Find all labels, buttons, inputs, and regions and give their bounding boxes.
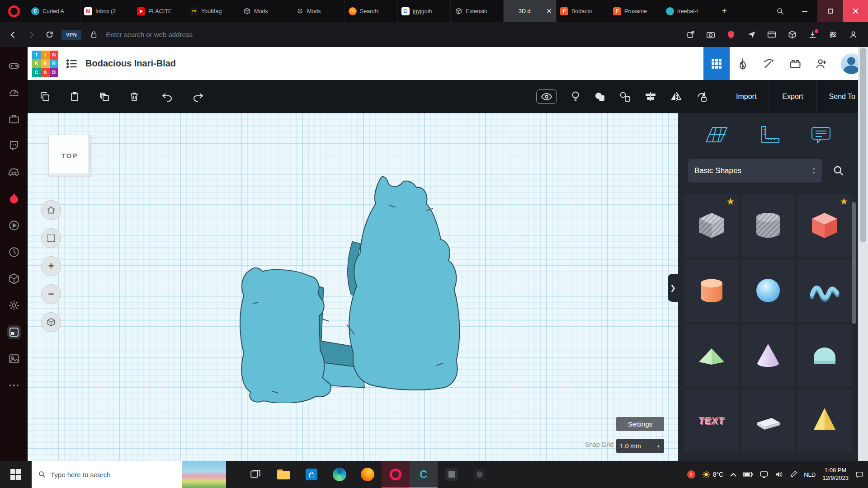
shape-tile-box-red[interactable]: ★ [798, 194, 852, 257]
shape-tile-sphere[interactable] [741, 259, 795, 322]
battery-icon[interactable] [743, 472, 753, 477]
align-icon[interactable] [645, 91, 656, 102]
window-maximize-button[interactable] [817, 0, 843, 22]
shape-tile-cylinder-orange[interactable] [684, 259, 738, 322]
forward-icon[interactable] [25, 29, 37, 41]
view-cube-top[interactable]: TOP [48, 135, 91, 176]
network-icon[interactable] [760, 471, 768, 478]
extensions-cube-icon[interactable] [786, 29, 798, 41]
language-indicator[interactable]: NLD [804, 471, 816, 478]
new-tab-button[interactable]: + [715, 0, 733, 22]
tab-bodacious[interactable]: PBodacio [557, 0, 609, 22]
tab-3d-design-active[interactable]: 3D d [504, 0, 557, 22]
sidebar-panel-icon[interactable] [7, 325, 21, 339]
wallet-icon[interactable] [766, 29, 778, 41]
perspective-toggle-button[interactable] [41, 312, 61, 332]
shape-category-dropdown[interactable]: Basic Shapes ▲▼ [688, 159, 822, 183]
ungroup-icon[interactable] [619, 91, 631, 102]
send-to-device-icon[interactable] [745, 29, 757, 41]
sidebar-more-dots-icon[interactable] [7, 379, 21, 392]
action-center-icon[interactable] [855, 471, 863, 478]
photos-image-icon[interactable] [7, 352, 21, 366]
vpn-badge[interactable]: VPN [61, 30, 81, 40]
address-input[interactable] [106, 31, 678, 38]
taskbar-search-input[interactable] [51, 471, 155, 479]
start-button[interactable] [0, 461, 32, 488]
home-view-button[interactable] [41, 200, 61, 220]
tab-treebal[interactable]: treebal-t [662, 0, 715, 22]
file-explorer-icon[interactable] [269, 461, 297, 488]
task-view-icon[interactable] [241, 461, 269, 488]
reload-icon[interactable] [43, 29, 55, 41]
ruler-tool-icon[interactable] [758, 125, 781, 145]
window-minimize-button[interactable] [792, 0, 817, 22]
shape-search-icon[interactable] [829, 161, 848, 180]
taskbar-search[interactable] [32, 461, 226, 488]
shape-tile-round-roof[interactable] [798, 324, 852, 387]
minecraft-pickaxe-icon[interactable] [756, 47, 782, 80]
tab-curled[interactable]: CCurled A [28, 0, 80, 22]
twitch-icon[interactable] [7, 139, 21, 152]
light-bulb-icon[interactable] [571, 91, 580, 103]
shape-tile-scribble[interactable] [798, 259, 852, 322]
lego-brick-icon[interactable] [782, 47, 808, 80]
notes-tool-icon[interactable] [809, 125, 833, 145]
snap-grid-dropdown[interactable]: 1.0 mm ▲ [616, 439, 664, 453]
settings-button[interactable]: Settings [616, 417, 664, 431]
downloads-icon[interactable] [807, 29, 818, 41]
export-button[interactable]: Export [769, 80, 816, 113]
shape-tile-pyramid-yellow[interactable] [798, 389, 852, 452]
clock-widget[interactable]: 1:08 PM 12/9/2023 [822, 467, 849, 482]
paste-icon[interactable] [69, 91, 80, 102]
panel-collapse-handle[interactable]: ❯ [668, 274, 678, 302]
shape-tile-cylinder-striped[interactable] [741, 194, 795, 257]
pen-icon[interactable] [790, 471, 797, 478]
tab-extensions[interactable]: Extensio [451, 0, 504, 22]
lock-icon[interactable] [88, 29, 99, 41]
design-canvas[interactable]: TOP + − Settings Snap Grid 1.0 mm ▲ [28, 113, 678, 461]
design-menu-list-icon[interactable] [66, 57, 78, 70]
tab-placite[interactable]: PLACITE [133, 0, 186, 22]
booster-gauge-icon[interactable] [7, 85, 21, 99]
workplane-lock-icon[interactable] [696, 91, 708, 103]
adblock-shield-icon[interactable] [725, 29, 737, 41]
profile-icon[interactable] [847, 29, 859, 41]
show-all-eye-button[interactable] [536, 89, 557, 104]
zoom-in-button[interactable]: + [41, 256, 61, 276]
zoom-out-button[interactable]: − [41, 284, 61, 304]
undo-icon[interactable] [161, 91, 173, 102]
tab-close-icon[interactable] [545, 8, 552, 15]
edge-browser-icon[interactable] [326, 461, 354, 488]
history-clock-icon[interactable] [7, 245, 21, 259]
duplicate-icon[interactable] [99, 91, 110, 102]
shape-tile-polygon-flat[interactable] [741, 389, 795, 452]
workplane-tool-icon[interactable] [703, 125, 730, 145]
workspace-briefcase-icon[interactable] [7, 112, 21, 126]
blocks-view-button[interactable] [703, 47, 730, 80]
opera-logo[interactable] [0, 0, 28, 22]
easy-setup-sliders-icon[interactable] [827, 29, 839, 41]
share-page-icon[interactable] [684, 29, 696, 41]
settings-gear-icon[interactable] [7, 299, 21, 312]
tab-search-icon[interactable] [769, 0, 792, 22]
shape-tile-text[interactable]: TEXT [684, 389, 738, 452]
gx-corner-flame-icon[interactable] [7, 192, 21, 206]
tab-youmag[interactable]: YMYouMag [186, 0, 239, 22]
3d-model-cat-cookie-cutter[interactable] [238, 171, 465, 403]
app-icon-dark-2[interactable] [466, 461, 494, 488]
delete-icon[interactable] [129, 91, 140, 102]
firefox-browser-icon[interactable] [354, 461, 382, 488]
player-play-icon[interactable] [7, 219, 21, 232]
invite-person-icon[interactable] [808, 47, 835, 80]
notification-badge[interactable]: 1 [687, 470, 695, 479]
page-scrollbar[interactable] [858, 47, 868, 461]
shape-tile-box-striped[interactable]: ★ [684, 194, 738, 257]
window-close-button[interactable] [843, 0, 868, 22]
tray-expand-chevron-icon[interactable] [730, 473, 736, 477]
fit-view-button[interactable] [41, 228, 61, 248]
mirror-flip-icon[interactable] [670, 91, 683, 102]
cura-app-icon[interactable]: C [410, 461, 438, 488]
volume-icon[interactable] [775, 471, 783, 478]
tab-prusament[interactable]: PPrusame [609, 0, 662, 22]
tab-gmail-inbox[interactable]: MInbox (2 [80, 0, 133, 22]
